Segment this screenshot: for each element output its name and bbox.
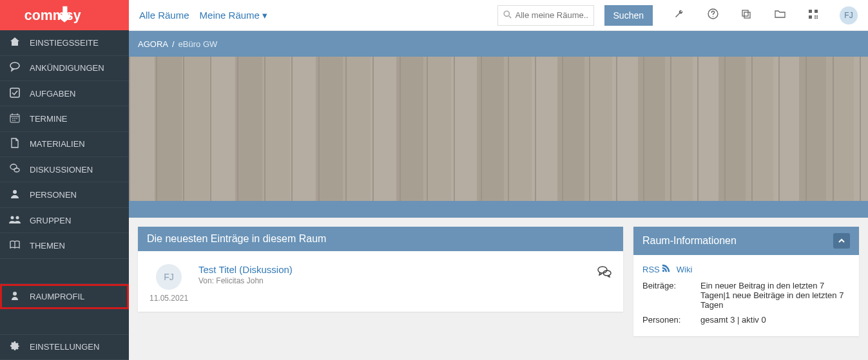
svg-rect-16 [815,10,818,13]
search-icon [503,10,512,21]
sidebar-item-raumprofil[interactable]: RAUMPROFIL [0,284,129,309]
sidebar-item-ankuendigungen[interactable]: ANKÜNDIGUNGEN [0,56,129,81]
svg-rect-13 [742,10,748,16]
svg-rect-17 [809,15,812,19]
svg-point-22 [598,267,607,273]
sidebar-separator [0,259,129,284]
rss-link[interactable]: RSS [642,264,670,274]
breadcrumb-root[interactable]: AGORA [138,39,168,49]
document-icon [9,138,21,150]
rss-icon [662,264,670,274]
content: Die neuesten Einträge in diesem Raum FJ … [129,218,868,360]
latest-entries-panel: Die neuesten Einträge in diesem Raum FJ … [138,227,623,312]
svg-point-9 [16,216,19,219]
collapse-button[interactable] [833,233,850,249]
sidebar-item-label: AUFGABEN [30,89,76,99]
info-row: Beiträge: Ein neuer Beitrag in den letzt… [642,278,850,312]
person-icon [9,189,21,201]
topbar: Alle Räume Meine Räume ▾ Suchen FJ [129,0,868,31]
calendar-icon [9,113,21,125]
svg-point-24 [662,270,664,272]
info-key: Beiträge: [642,281,700,310]
svg-rect-3 [10,88,19,97]
breadcrumb: AGORA / eBüro GW [129,31,868,57]
sidebar-item-label: ANKÜNDIGUNGEN [30,63,104,73]
sidebar-item-aufgaben[interactable]: AUFGABEN [0,81,129,106]
wrench-icon[interactable] [672,9,686,22]
discussion-icon [9,164,21,176]
panel-header: Die neuesten Einträge in diesem Raum [138,227,623,251]
sidebar-item-label: EINSTIEGSSEITE [30,38,99,48]
book-icon [9,240,21,252]
sidebar-item-label: TERMINE [30,114,68,124]
svg-rect-14 [744,12,750,18]
sidebar-item-termine[interactable]: TERMINE [0,106,129,131]
wiki-link[interactable]: Wiki [677,264,693,274]
svg-point-7 [13,190,17,194]
main: Alle Räume Meine Räume ▾ Suchen FJ AGORA… [129,0,868,360]
sidebar-item-materialien[interactable]: MATERIALIEN [0,132,129,157]
panel-header: Raum-Informationen [633,227,859,255]
svg-point-11 [504,11,509,16]
sidebar-item-diskussionen[interactable]: DISKUSSIONEN [0,157,129,182]
svg-point-10 [13,292,17,296]
sidebar-item-personen[interactable]: PERSONEN [0,182,129,207]
gear-icon [9,341,21,353]
svg-point-8 [11,216,14,219]
entry-title[interactable]: Test Titel (Diskussion) [198,264,587,275]
sidebar-item-label: GRUPPEN [30,216,71,225]
chevron-down-icon: ▾ [262,10,267,21]
home-icon [9,37,21,49]
breadcrumb-sep: / [172,39,175,49]
search-input[interactable] [516,10,588,20]
sidebar-item-einstiegsseite[interactable]: EINSTIEGSSEITE [0,30,129,55]
nav-meine-raeume-label: Meine Räume [200,10,260,21]
qr-icon[interactable] [806,9,820,22]
copy-icon[interactable] [739,9,753,22]
panel-title: Die neuesten Einträge in diesem Raum [147,233,326,245]
sidebar-item-label: PERSONEN [30,190,77,200]
breadcrumb-current: eBüro GW [178,39,218,49]
sidebar-item-einstellungen[interactable]: EINSTELLUNGEN [0,335,129,360]
help-icon[interactable] [706,8,720,22]
svg-rect-18 [815,15,816,17]
discussion-icon [597,264,612,303]
nav-meine-raeume[interactable]: Meine Räume ▾ [200,10,267,21]
entry-avatar: FJ [156,264,182,290]
svg-point-6 [14,168,19,172]
sidebar-separator [0,309,129,334]
check-icon [9,88,21,100]
sidebar-item-gruppen[interactable]: GRUPPEN [0,208,129,233]
svg-rect-20 [815,17,816,19]
group-icon [9,214,21,227]
room-banner [129,57,868,218]
user-avatar[interactable]: FJ [840,6,858,24]
entry-author: Von: Felicitas John [198,276,587,285]
info-row: Personen: gesamt 3 | aktiv 0 [642,312,850,327]
sidebar-item-label: EINSTELLUNGEN [30,342,99,352]
folder-icon[interactable] [773,9,787,22]
rss-label: RSS [642,265,660,274]
entry-date: 11.05.2021 [149,294,188,303]
latest-entry: FJ 11.05.2021 Test Titel (Diskussion) Vo… [147,260,614,303]
svg-rect-15 [809,10,812,13]
search-button[interactable]: Suchen [604,5,653,26]
sidebar-item-label: RAUMPROFIL [30,292,84,301]
speech-icon [9,62,21,74]
sidebar-item-label: THEMEN [30,241,65,251]
sidebar-item-label: DISKUSSIONEN [30,165,93,175]
svg-rect-21 [816,15,818,17]
profile-icon [9,290,21,303]
info-val: Ein neuer Beitrag in den letzten 7 Tagen… [700,281,850,310]
info-val: gesamt 3 | aktiv 0 [700,315,850,325]
panel-title: Raum-Informationen [642,235,737,247]
svg-point-2 [10,62,19,69]
room-info-panel: Raum-Informationen RSS Wiki Beiträg [633,227,859,336]
sidebar: commsy EINSTIEGSSEITE ANKÜNDIGUNGEN AUFG… [0,0,129,360]
svg-rect-19 [816,17,818,19]
sidebar-item-label: MATERIALIEN [30,139,85,149]
logo[interactable]: commsy [0,0,129,30]
nav-alle-raeume[interactable]: Alle Räume [139,10,189,21]
info-key: Personen: [642,315,700,325]
sidebar-item-themen[interactable]: THEMEN [0,233,129,258]
